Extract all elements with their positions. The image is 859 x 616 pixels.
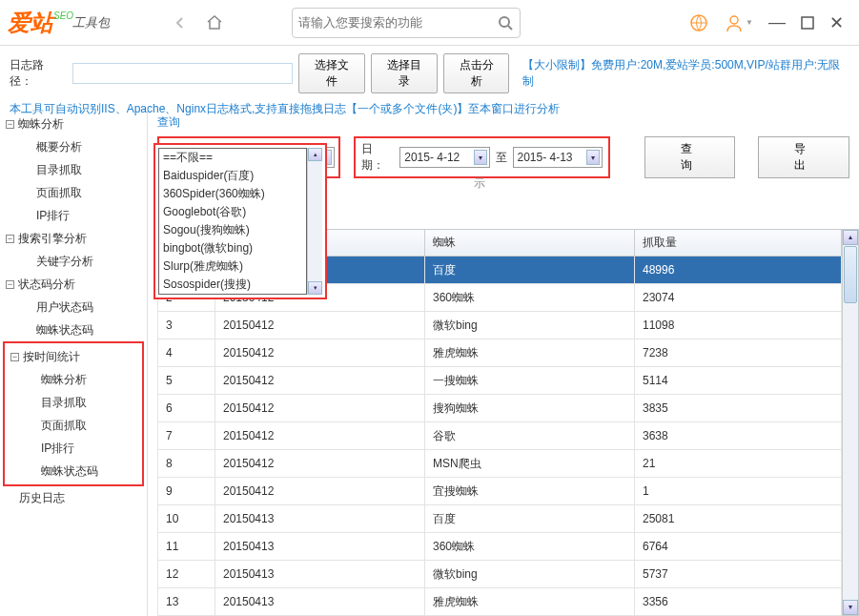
sidebar-group-search[interactable]: −搜索引擎分析 [0, 227, 147, 250]
scroll-down-icon[interactable]: ▾ [843, 600, 858, 615]
table-row[interactable]: 1220150413微软bing5737 [158, 561, 842, 588]
sidebar-label: 搜索引擎分析 [18, 229, 87, 248]
maximize-icon[interactable] [801, 16, 814, 30]
scroll-up-icon[interactable]: ▴ [843, 230, 858, 245]
cell-count: 48996 [635, 257, 842, 284]
sidebar-group-status[interactable]: −状态码分析 [0, 273, 147, 296]
path-row: 日志路径： 选择文件 选择目录 点击分析 【大小限制】免费用户:20M,爱站学员… [0, 46, 859, 101]
search-box[interactable] [292, 8, 521, 38]
search-input[interactable] [298, 15, 497, 30]
cell-idx: 4 [158, 339, 215, 367]
cell-count: 7238 [635, 339, 842, 367]
chevron-down-icon[interactable]: ▾ [474, 150, 487, 165]
sidebar-item-t-status[interactable]: 蜘蛛状态码 [5, 460, 142, 483]
cell-date: 20150412 [215, 395, 425, 422]
table-row[interactable]: 320150412微软bing11098 [158, 312, 842, 339]
logo: 爱站 SEO 工具包 [8, 8, 170, 38]
table-scrollbar[interactable]: ▴ ▾ [842, 229, 859, 616]
export-button[interactable]: 导 出 [758, 136, 849, 178]
sidebar-group-bytime[interactable]: −按时间统计 [5, 345, 142, 368]
dd-item[interactable]: Sogou(搜狗蜘蛛) [159, 221, 306, 239]
date-to-label: 至 [496, 150, 507, 166]
cell-idx: 3 [158, 312, 215, 339]
sidebar-item-t-spider[interactable]: 蜘蛛分析 [5, 368, 142, 391]
sidebar-item-page-crawl[interactable]: 页面抓取 [0, 181, 147, 204]
sidebar-item-t-ip[interactable]: IP排行 [5, 437, 142, 460]
query-button[interactable]: 查 询 [644, 136, 736, 178]
globe-icon[interactable] [688, 12, 709, 33]
cell-count: 21 [635, 450, 842, 478]
scroll-thumb[interactable] [844, 246, 857, 303]
sidebar-item-keyword[interactable]: 关键字分析 [0, 250, 147, 273]
table-row[interactable]: 820150412MSN爬虫21 [158, 450, 842, 478]
svg-point-0 [500, 17, 509, 27]
cell-spider: 宜搜蜘蛛 [425, 478, 635, 505]
sidebar-item-user-status[interactable]: 用户状态码 [0, 296, 147, 318]
cell-spider: 微软bing [425, 312, 635, 339]
select-dir-button[interactable]: 选择目录 [371, 53, 438, 93]
query-link[interactable]: 查询 [157, 115, 180, 129]
table-row[interactable]: 1320150413雅虎蜘蛛3356 [158, 588, 842, 616]
scroll-up-icon[interactable]: ▴ [308, 148, 322, 161]
home-icon[interactable] [204, 12, 225, 33]
sidebar-group-history[interactable]: 历史日志 [0, 486, 147, 509]
scroll-down-icon[interactable]: ▾ [308, 281, 322, 295]
cell-spider: 谷歌 [425, 422, 635, 450]
date-from-combo[interactable]: 2015- 4-12▾ [399, 147, 489, 168]
cell-date: 20150412 [215, 450, 425, 478]
sidebar-item-dir-crawl[interactable]: 目录抓取 [0, 158, 147, 181]
cell-idx: 11 [158, 533, 215, 561]
table-row[interactable]: 420150412雅虎蜘蛛7238 [158, 339, 842, 367]
th-spider[interactable]: 蜘蛛 [425, 230, 635, 257]
search-icon[interactable] [497, 14, 514, 31]
cell-spider: 360蜘蛛 [425, 284, 635, 312]
dd-item[interactable]: Baiduspider(百度) [159, 167, 306, 185]
cell-count: 3638 [635, 422, 842, 450]
cell-spider: 百度 [425, 505, 635, 533]
table-row[interactable]: 920150412宜搜蜘蛛1 [158, 478, 842, 505]
cell-spider: 雅虎蜘蛛 [425, 339, 635, 367]
svg-point-3 [730, 16, 738, 24]
cell-date: 20150412 [215, 312, 425, 339]
date-to-combo[interactable]: 2015- 4-13▾ [513, 147, 603, 168]
cell-count: 6764 [635, 533, 842, 561]
table-row[interactable]: 520150412一搜蜘蛛5114 [158, 367, 842, 395]
dd-item[interactable]: ==不限== [159, 149, 306, 167]
dropdown-scrollbar[interactable]: ▴ ▾ [307, 148, 322, 295]
sidebar-item-overview[interactable]: 概要分析 [0, 135, 147, 158]
table-row[interactable]: 720150412谷歌3638 [158, 422, 842, 450]
minimize-icon[interactable]: — [768, 12, 786, 32]
chart-tab-partial: 示 [474, 175, 485, 192]
dd-item[interactable]: Slurp(雅虎蜘蛛) [159, 257, 306, 276]
sidebar-item-t-dir[interactable]: 目录抓取 [5, 391, 142, 414]
table-row[interactable]: 1020150413百度25081 [158, 505, 842, 533]
dd-item[interactable]: bingbot(微软bing) [159, 239, 306, 257]
chevron-down-icon[interactable]: ▾ [586, 150, 600, 165]
sidebar-item-t-page[interactable]: 页面抓取 [5, 414, 142, 437]
cell-spider: 一搜蜘蛛 [425, 367, 635, 395]
sidebar: −蜘蛛分析 概要分析 目录抓取 页面抓取 IP排行 −搜索引擎分析 关键字分析 … [0, 109, 148, 616]
dd-item[interactable]: Sosospider(搜搜) [159, 276, 306, 294]
cell-spider: 微软bing [425, 561, 635, 588]
date-label: 日期： [361, 141, 395, 174]
cell-spider: MSN爬虫 [425, 450, 635, 478]
sidebar-group-spider[interactable]: −蜘蛛分析 [0, 113, 147, 135]
dd-item[interactable]: 360Spider(360蜘蛛) [159, 185, 306, 203]
back-icon[interactable] [170, 12, 191, 33]
svg-rect-4 [802, 17, 813, 29]
cell-idx: 5 [158, 367, 215, 395]
table-row[interactable]: 1120150413360蜘蛛6764 [158, 533, 842, 561]
analyze-button[interactable]: 点击分析 [443, 53, 510, 93]
date-to-value: 2015- 4-13 [518, 151, 573, 164]
select-file-button[interactable]: 选择文件 [298, 53, 365, 93]
sidebar-item-ip-rank[interactable]: IP排行 [0, 204, 147, 227]
path-input[interactable] [72, 63, 294, 84]
table-row[interactable]: 620150412搜狗蜘蛛3835 [158, 395, 842, 422]
user-icon[interactable]: ▼ [725, 13, 753, 32]
cell-idx: 10 [158, 505, 215, 533]
sidebar-item-spider-status[interactable]: 蜘蛛状态码 [0, 318, 147, 341]
spider-dropdown[interactable]: ==不限== Baiduspider(百度) 360Spider(360蜘蛛) … [158, 148, 307, 295]
dd-item[interactable]: Googlebot(谷歌) [159, 203, 306, 221]
th-count[interactable]: 抓取量 [635, 230, 842, 257]
close-icon[interactable]: ✕ [829, 12, 844, 33]
